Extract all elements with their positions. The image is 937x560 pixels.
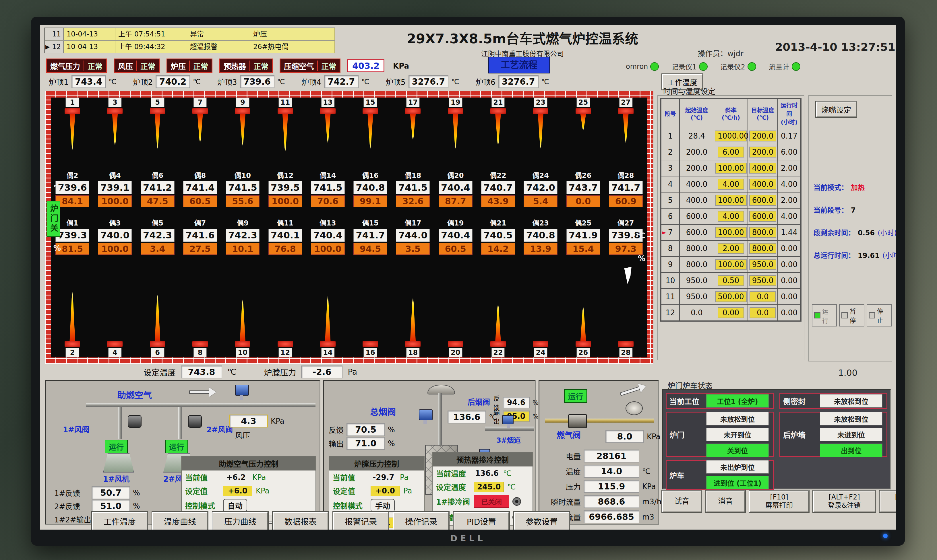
login-logout-button[interactable]: [ALT+F2]登录&注销: [813, 491, 875, 512]
roof-temp: 炉顶3 739.6 ℃: [217, 75, 285, 88]
segment-cell: 10: [661, 272, 680, 289]
burner-base-icon: [107, 341, 123, 347]
alarm-row[interactable]: 11 10-04-13 上午 07:54:51 异常 炉压: [45, 28, 335, 40]
nav-tab[interactable]: 工件温度: [92, 512, 148, 529]
target-temp-cell[interactable]: 600.0: [748, 208, 778, 225]
nav-tab[interactable]: 参数设置: [514, 512, 570, 529]
nav-tab[interactable]: 温度曲线: [152, 512, 208, 529]
thermocouple-name: 偶6: [152, 170, 163, 180]
target-temp-cell[interactable]: 800.0: [748, 225, 778, 240]
thermocouple-output: 55.6: [226, 195, 259, 207]
thermocouple-name: 偶11: [277, 217, 293, 228]
panel-title: 炉膛压力控制: [329, 457, 424, 471]
thermocouple-output: 84.1: [55, 195, 89, 207]
thermocouple-output: 100.0: [311, 243, 345, 255]
current-segment-icon: ►: [662, 229, 666, 236]
target-temp-cell[interactable]: 800.0: [748, 240, 778, 257]
alarm-row[interactable]: ▶12 10-04-13 上午 09:44:32 超温报警 26#热电偶: [45, 40, 335, 53]
rate-cell[interactable]: 100.00: [714, 192, 748, 208]
rate-cell[interactable]: 6.00: [714, 144, 748, 160]
rate-cell[interactable]: 0.00: [714, 305, 748, 321]
screen-print-button[interactable]: [F10]屏幕打印: [749, 491, 809, 512]
unit-percent-left: %: [53, 244, 61, 252]
thermocouple-name: 偶14: [319, 170, 336, 180]
program-row[interactable]: 8 800.0 2.00 800.0 0.00: [661, 240, 801, 257]
target-temp-cell[interactable]: 950.0: [748, 257, 778, 272]
rate-cell[interactable]: 100.00: [714, 257, 748, 272]
meter-value: 868.6: [584, 495, 639, 508]
program-row[interactable]: 6 600.0 4.00 600.0 4.00: [661, 208, 801, 225]
target-temp-cell[interactable]: 0.0: [748, 289, 778, 305]
eye-icon[interactable]: [512, 497, 521, 506]
rate-cell[interactable]: 100.00: [714, 160, 748, 176]
burner-settings-button[interactable]: 烧嘴设定: [816, 102, 857, 117]
meter-unit: m3/h: [642, 497, 661, 506]
run-button[interactable]: 运行: [812, 304, 837, 326]
program-row[interactable]: 3 200.0 100.00 400.0 2.00: [661, 160, 801, 176]
program-row[interactable]: 11 950.0 500.00 0.0 0.00: [661, 289, 801, 305]
segment-cell: 1: [661, 128, 680, 144]
rate-cell[interactable]: 4.00: [714, 208, 748, 225]
power-led: [883, 534, 888, 538]
alarm-list[interactable]: 11 10-04-13 上午 07:54:51 异常 炉压 ▶12 10-04-…: [44, 28, 335, 53]
target-temp-cell[interactable]: 200.0: [748, 128, 778, 144]
target-temp-cell[interactable]: 200.0: [748, 144, 778, 160]
mute-button[interactable]: 消音: [706, 491, 745, 512]
program-row[interactable]: 5 400.0 100.00 600.0 2.00: [661, 192, 801, 208]
thermocouple: 偶5 742.3 3.4: [137, 217, 178, 255]
current-segment: 当前段号：7: [814, 205, 895, 215]
chamber-pressure-value: -2.6: [301, 366, 342, 378]
setpoint-input[interactable]: 245.0: [474, 482, 504, 492]
pause-button[interactable]: 暂停: [839, 304, 864, 326]
target-temp-cell[interactable]: 400.0: [748, 176, 778, 192]
set-temp-row[interactable]: 设定温度 245.0 ℃: [433, 480, 533, 494]
target-temp-cell[interactable]: 0.0: [748, 305, 778, 321]
mode-toggle-button[interactable]: 自动: [223, 499, 247, 512]
program-row[interactable]: 4 400.0 4.00 400.0 4.00: [661, 176, 801, 192]
rate-cell[interactable]: 500.00: [714, 289, 748, 305]
rate-cell[interactable]: 100.00: [714, 225, 748, 240]
set-value-row[interactable]: 设定值 +0.0 Pa: [329, 484, 424, 497]
nav-tab[interactable]: 数据报表: [273, 512, 328, 529]
rate-cell[interactable]: 4.00: [714, 176, 748, 192]
roof-temp: 炉顶2 740.2 ℃: [133, 75, 201, 88]
rate-cell[interactable]: 2.00: [714, 240, 748, 257]
mode-toggle-button[interactable]: 手动: [371, 499, 395, 512]
meter-value: 14.0: [584, 465, 639, 478]
program-row[interactable]: 2 200.0 6.00 200.0 6.00: [661, 144, 801, 160]
roof-temp-unit: ℃: [361, 78, 369, 86]
gas-meter-row: 电量 28161: [543, 449, 661, 463]
process-flow-button[interactable]: 工艺流程: [488, 57, 550, 74]
rate-cell[interactable]: 0.50: [714, 272, 748, 289]
start-temp-cell: 400.0: [680, 176, 714, 192]
thermocouple-row-odd: 偶1 739.3 81.5 偶3 740.0 100.0 偶5: [51, 217, 647, 255]
burner-base-icon: [277, 108, 293, 114]
program-row[interactable]: 10 950.0 0.50 950.0 0.00: [661, 272, 801, 289]
burner: 11: [265, 97, 305, 152]
nav-tab[interactable]: 压力曲线: [213, 512, 268, 529]
air-valve-1-label: 1#风阀: [63, 424, 89, 434]
thermocouple-temp: 741.2: [141, 181, 174, 194]
target-temp-cell[interactable]: 600.0: [748, 192, 778, 208]
target-temp-cell[interactable]: 400.0: [748, 160, 778, 176]
burner-number: 2: [65, 348, 79, 357]
nav-tab[interactable]: 操作记录: [393, 512, 449, 529]
rate-cell[interactable]: 1000.00: [714, 128, 748, 144]
segment-remaining-time: 段剩余时间：0.56(小时): [814, 227, 895, 237]
exit-system-button[interactable]: [Alt+F4]退出系统: [880, 491, 895, 512]
wall-state: 出到位: [820, 443, 883, 457]
thermocouple-output: 27.5: [183, 243, 217, 255]
sound-test-button[interactable]: 试音: [662, 491, 701, 512]
setpoint-input[interactable]: +6.0: [223, 486, 252, 496]
program-row[interactable]: 12 0.0 0.00 0.0 0.00: [661, 305, 801, 321]
program-row[interactable]: 1 28.4 1000.00 200.0 0.17: [661, 128, 801, 144]
nav-tab[interactable]: PID设置: [453, 512, 509, 529]
nav-tab[interactable]: 报警记录: [333, 512, 389, 529]
set-value-row[interactable]: 设定值 +6.0 KPa: [182, 484, 316, 497]
start-temp-cell: 800.0: [680, 240, 714, 257]
program-row[interactable]: 9 800.0 100.00 950.0 0.00: [661, 257, 801, 272]
stop-button[interactable]: 停止: [867, 304, 892, 326]
setpoint-input[interactable]: +0.0: [371, 486, 400, 496]
target-temp-cell[interactable]: 950.0: [748, 272, 778, 289]
program-row[interactable]: ►7 600.0 100.00 800.0 1.44: [661, 225, 801, 240]
